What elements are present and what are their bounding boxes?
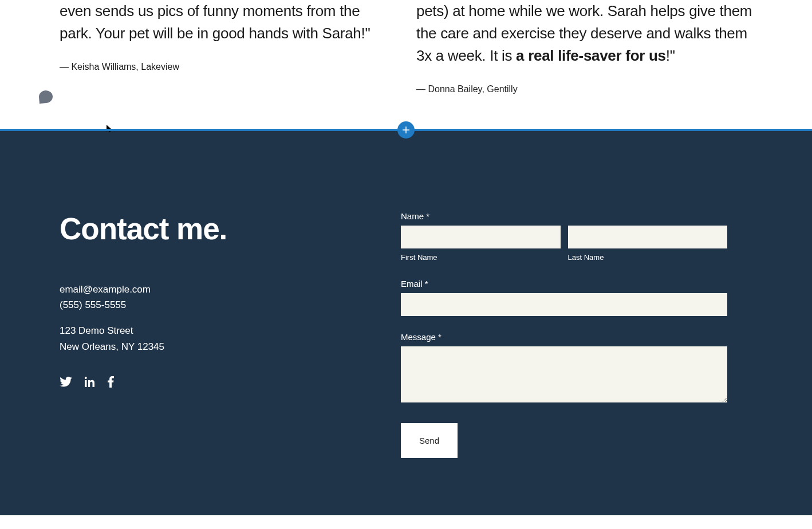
testimonial-author: — Keisha Williams, Lakeview — [60, 62, 396, 72]
linkedin-link[interactable] — [85, 377, 95, 389]
contact-phone: (555) 555-5555 — [60, 297, 355, 313]
message-label: Message * — [401, 332, 727, 342]
contact-heading: Contact me. — [60, 211, 355, 246]
last-name-field[interactable] — [568, 226, 728, 248]
contact-form: Name * First Name Last Name Email * Mess… — [401, 211, 727, 458]
contact-info-column: Contact me. email@example.com (555) 555-… — [60, 211, 355, 458]
twitter-link[interactable] — [60, 377, 72, 389]
contact-address-line1: 123 Demo Street — [60, 323, 355, 338]
facebook-link[interactable] — [108, 376, 114, 390]
message-field[interactable] — [401, 346, 727, 402]
send-button[interactable]: Send — [401, 423, 458, 458]
contact-form-column: Name * First Name Last Name Email * Mess… — [401, 211, 727, 458]
social-icons — [60, 376, 355, 390]
contact-email: email@example.com — [60, 282, 355, 297]
add-section-button[interactable] — [397, 121, 415, 139]
testimonial-author: — Donna Bailey, Gentilly — [416, 84, 752, 94]
testimonial-text: pets) at home while we work. Sarah helps… — [416, 0, 752, 67]
section-divider — [0, 129, 812, 131]
last-name-sublabel: Last Name — [568, 253, 728, 262]
contact-info: email@example.com (555) 555-5555 123 Dem… — [60, 282, 355, 354]
email-label: Email * — [401, 279, 727, 289]
contact-section: Contact me. email@example.com (555) 555-… — [0, 131, 812, 515]
svg-rect-2 — [85, 380, 87, 387]
linkedin-icon — [85, 377, 95, 387]
plus-icon — [402, 126, 410, 134]
testimonial-text: even sends us pics of funny moments from… — [60, 0, 396, 45]
testimonials-section: even sends us pics of funny moments from… — [0, 0, 812, 129]
email-field[interactable] — [401, 293, 727, 316]
testimonial-text-bold: a real life-saver for us — [516, 47, 666, 64]
facebook-icon — [108, 376, 114, 388]
name-label: Name * — [401, 211, 727, 221]
testimonial-right: pets) at home while we work. Sarah helps… — [416, 0, 752, 94]
first-name-field[interactable] — [401, 226, 561, 248]
first-name-sublabel: First Name — [401, 253, 561, 262]
testimonial-text-suffix: !" — [666, 47, 675, 64]
contact-address-line2: New Orleans, NY 12345 — [60, 339, 355, 354]
blob-shape — [38, 90, 53, 104]
twitter-icon — [60, 377, 72, 387]
testimonial-left: even sends us pics of funny moments from… — [60, 0, 396, 94]
svg-point-3 — [85, 377, 87, 379]
